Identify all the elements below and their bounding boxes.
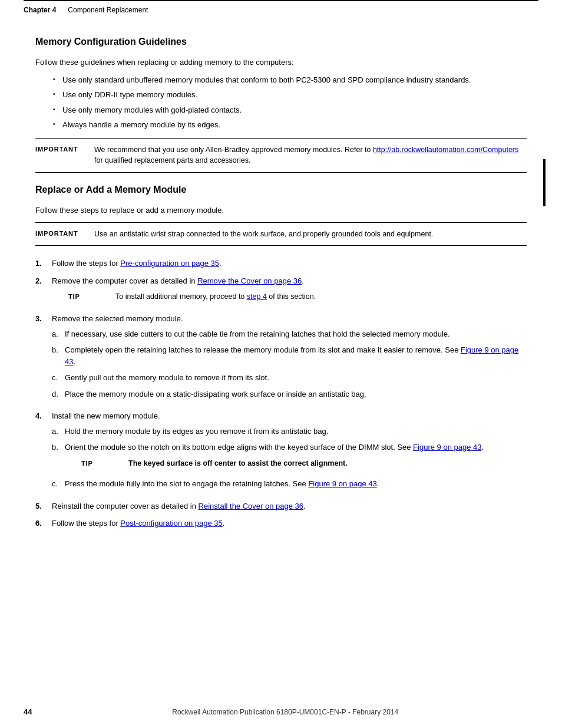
step-3-content: Remove the selected memory module. a. If… (52, 313, 527, 404)
step-2: 2. Remove the computer cover as detailed… (35, 275, 527, 307)
step-6-text-before: Follow the steps for (52, 519, 120, 528)
step-4-sublist: a. Hold the memory module by its edges a… (52, 426, 527, 490)
step-4c-label: c. (52, 478, 65, 490)
step-1: 1. Follow the steps for Pre-configuratio… (35, 258, 527, 269)
tip-label-1: TIP (68, 291, 115, 302)
step-5-num: 5. (35, 500, 52, 512)
tip-label-2: TIP (81, 458, 128, 469)
step-3c-label: c. (52, 372, 65, 384)
step-2-text-before: Remove the computer cover as detailed in (52, 276, 197, 285)
tip-text-1: To install additional memory, proceed to… (115, 291, 316, 302)
list-item: Use only DDR-II type memory modules. (53, 89, 527, 101)
step-1-content: Follow the steps for Pre-configuration o… (52, 258, 527, 269)
step-3b-text-after: . (73, 357, 75, 366)
important-text-after: for qualified replacement parts and acce… (94, 156, 250, 164)
tip-box-2: TIP The keyed surface is off center to a… (81, 458, 527, 469)
step-1-link[interactable]: Pre-configuration on page 35 (120, 259, 219, 268)
main-content: Memory Configuration Guidelines Follow t… (0, 19, 562, 572)
tip-text-before-1: To install additional memory, proceed to (115, 292, 247, 301)
step-3: 3. Remove the selected memory module. a.… (35, 313, 527, 404)
step-6-link[interactable]: Post-configuration on page 35 (120, 519, 222, 528)
step-3c: c. Gently pull out the memory module to … (52, 372, 527, 384)
step-3b-text: Completely open the retaining latches to… (65, 344, 527, 367)
step-3b: b. Completely open the retaining latches… (52, 344, 527, 367)
step-5-content: Reinstall the computer cover as detailed… (52, 500, 527, 512)
step-4-num: 4. (35, 410, 52, 422)
step-4: 4. Install the new memory module. a. Hol… (35, 410, 527, 495)
step-4b-text-after: . (481, 443, 484, 452)
step-6-text-after: . (223, 519, 225, 528)
margin-bar (543, 159, 546, 206)
step-4b-link[interactable]: Figure 9 on page 43 (413, 443, 481, 452)
step-1-text-before: Follow the steps for (52, 259, 120, 268)
step-5-link[interactable]: Reinstall the Cover on page 36 (199, 502, 304, 510)
step-5-text-after: . (303, 502, 306, 510)
step-3-sublist: a. If necessary, use side cutters to cut… (52, 328, 527, 400)
step-4-content: Install the new memory module. a. Hold t… (52, 410, 527, 495)
footer-center-text: Rockwell Automation Publication 6180P-UM… (172, 708, 398, 716)
important-label-1: IMPORTANT (35, 144, 94, 153)
step-3d-label: d. (52, 388, 65, 400)
step-4c-text: Press the module fully into the slot to … (65, 478, 527, 490)
step-3a: a. If necessary, use side cutters to cut… (52, 328, 527, 340)
important-label-2: IMPORTANT (35, 229, 94, 237)
important-box-2: IMPORTANT Use an antistatic wrist strap … (35, 222, 527, 246)
chapter-label: Chapter 4 (24, 6, 56, 14)
step-6-content: Follow the steps for Post-configuration … (52, 518, 527, 529)
step-3a-label: a. (52, 328, 65, 340)
step-3d: d. Place the memory module on a static-d… (52, 388, 527, 400)
step-3c-text: Gently pull out the memory module to rem… (65, 372, 527, 384)
section2-title: Replace or Add a Memory Module (35, 185, 527, 195)
list-item: Use only memory modules with gold-plated… (53, 104, 527, 116)
important-box-1: IMPORTANT We recommend that you use only… (35, 138, 527, 173)
step-4c: c. Press the module fully into the slot … (52, 478, 527, 490)
page: Chapter 4 Component Replacement Memory C… (0, 0, 562, 728)
step-4b: b. Orient the module so the notch on its… (52, 442, 527, 473)
step-2-link[interactable]: Remove the Cover on page 36 (197, 276, 302, 285)
list-item: Always handle a memory module by its edg… (53, 119, 527, 131)
tip-text-after-1: of this section. (267, 292, 316, 301)
list-item: Use only standard unbuffered memory modu… (53, 74, 527, 86)
step-2-num: 2. (35, 275, 52, 287)
step-6-num: 6. (35, 518, 52, 529)
section1-title: Memory Configuration Guidelines (35, 37, 527, 47)
important-link-1[interactable]: http://ab.rockwellautomation.com/Compute… (373, 146, 518, 154)
step-4c-text-before: Press the module fully into the slot to … (65, 479, 308, 488)
header-bar: Chapter 4 Component Replacement (24, 0, 538, 19)
step-1-text-after: . (219, 259, 222, 268)
step-5: 5. Reinstall the computer cover as detai… (35, 500, 527, 512)
step-3b-label: b. (52, 344, 65, 356)
step-4c-link[interactable]: Figure 9 on page 43 (308, 479, 376, 488)
step-2-content: Remove the computer cover as detailed in… (52, 275, 527, 307)
tip-box-1: TIP To install additional memory, procee… (68, 291, 527, 302)
footer-page-number: 44 (24, 707, 32, 716)
step-4a-label: a. (52, 426, 65, 437)
step-4a: a. Hold the memory module by its edges a… (52, 426, 527, 437)
step-3b-text-before: Completely open the retaining latches to… (65, 345, 461, 354)
step-4a-text: Hold the memory module by its edges as y… (65, 426, 527, 437)
section-replace-memory: Replace or Add a Memory Module Follow th… (35, 185, 527, 529)
important-text-before: We recommend that you use only Allen-Bra… (94, 146, 373, 154)
tip-link-1[interactable]: step 4 (247, 292, 267, 301)
step-3d-text: Place the memory module on a static-diss… (65, 388, 527, 400)
step-2-text-after: . (302, 276, 304, 285)
step-1-num: 1. (35, 258, 52, 269)
step-3-num: 3. (35, 313, 52, 325)
section2-intro: Follow these steps to replace or add a m… (35, 205, 527, 216)
step-3-text: Remove the selected memory module. (52, 314, 183, 323)
tip-text-2: The keyed surface is off center to assis… (128, 458, 348, 469)
numbered-steps: 1. Follow the steps for Pre-configuratio… (35, 258, 527, 529)
step-3a-text: If necessary, use side cutters to cut th… (65, 328, 527, 340)
step-6: 6. Follow the steps for Post-configurati… (35, 518, 527, 529)
section-memory-config: Memory Configuration Guidelines Follow t… (35, 37, 527, 173)
step-5-text-before: Reinstall the computer cover as detailed… (52, 502, 199, 510)
step-4c-text-after: . (377, 479, 379, 488)
step-4b-text: Orient the module so the notch on its bo… (65, 442, 527, 473)
step-4-text: Install the new memory module. (52, 411, 160, 420)
footer: 44 Rockwell Automation Publication 6180P… (24, 707, 538, 716)
important-text-1: We recommend that you use only Allen-Bra… (94, 144, 527, 167)
section1-intro: Follow these guidelines when replacing o… (35, 57, 527, 68)
section1-bullet-list: Use only standard unbuffered memory modu… (53, 74, 527, 131)
step-4b-text-before: Orient the module so the notch on its bo… (65, 443, 413, 452)
step-4b-label: b. (52, 442, 65, 453)
